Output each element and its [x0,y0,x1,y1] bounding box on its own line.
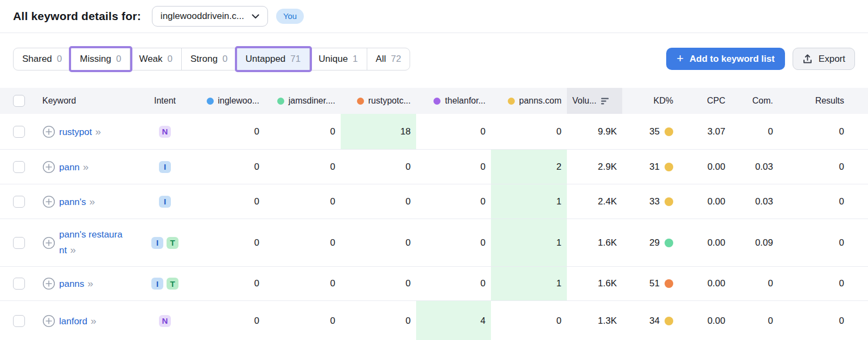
add-to-keyword-list-button[interactable]: + Add to keyword list [666,48,785,70]
intent-cell: I [141,184,189,219]
competitor-position-value: 18 [341,114,416,149]
competitor-position-value: 0 [265,219,341,266]
add-keyword-icon[interactable] [42,236,55,249]
volume-value: 2.4K [567,184,622,219]
intent-badge-i: I [159,196,171,208]
row-checkbox-cell [0,301,35,340]
add-keyword-icon[interactable] [42,125,55,138]
add-keyword-icon[interactable] [42,161,55,174]
keyword-cell: lanford» [35,301,141,340]
keyword-link[interactable]: rustypot [59,127,92,137]
keyword-link[interactable]: pann's [59,197,86,207]
kd-difficulty-dot [665,127,673,136]
kd-value: 31 [649,162,660,172]
filter-tab-all[interactable]: All72 [367,48,410,70]
row-checkbox[interactable] [13,278,25,290]
kd-cell: 35 [622,114,682,149]
results-value: 0 [778,267,868,300]
tab-count: 71 [290,54,301,65]
open-keyword-arrows-icon: » [90,196,95,207]
domain-dropdown[interactable]: inglewooddrivein.c... [152,6,268,27]
keyword-link[interactable]: pann [59,162,80,172]
row-checkbox[interactable] [13,126,25,138]
cpc-value: 0.00 [682,267,731,300]
keyword-link[interactable]: panns [59,279,84,289]
table-body: rustypot»N0018009.9K353.0700pann»I000022… [0,114,868,340]
keyword-cell: pann's restaurant» [35,219,141,266]
filter-tab-missing[interactable]: Missing0 [71,48,130,70]
kd-cell: 34 [622,301,682,340]
competitor-position-value: 0 [341,219,416,266]
column-header-results[interactable]: Results [778,88,868,114]
volume-value: 1.6K [567,267,622,300]
row-checkbox[interactable] [13,161,25,173]
column-header-competitor-4[interactable]: thelanfor... [416,88,491,114]
intent-cell: I [141,150,189,184]
column-header-kd[interactable]: KD% [622,88,682,114]
add-keyword-icon[interactable] [42,315,55,328]
export-button[interactable]: Export [793,48,855,70]
row-checkbox-cell [0,114,35,149]
kd-value: 33 [649,196,660,207]
column-header-competitor-3[interactable]: rustypotc... [341,88,416,114]
tab-label: All [376,54,386,65]
select-all-checkbox[interactable] [13,95,25,107]
add-keyword-icon[interactable] [42,195,55,208]
keyword-wrap: pann's restaurant» [42,228,125,258]
cpc-value: 0.00 [682,219,731,266]
tab-label: Shared [22,54,52,65]
kd-value: 34 [649,316,660,326]
keyword-cell: panns» [35,267,141,300]
keyword-text: panns» [59,275,93,291]
competitor-position-value: 1 [491,267,567,300]
kd-cell: 51 [622,267,682,300]
com-value: 0 [731,267,778,300]
open-keyword-arrows-icon: » [91,315,96,326]
filter-tabs: Shared0Missing0Weak0Strong0Untapped71Uni… [13,48,410,70]
tab-label: Weak [139,54,162,65]
row-checkbox[interactable] [13,315,25,327]
com-value: 0 [731,301,778,340]
keyword-wrap: pann's» [42,194,94,209]
table-row: rustypot»N0018009.9K353.0700 [0,114,868,150]
keyword-link[interactable]: pann's restaurant [59,229,123,255]
column-header-keyword: Keyword [35,88,141,114]
competitor-position-value: 2 [491,150,567,184]
filter-tab-shared[interactable]: Shared0 [14,48,71,70]
intent-cell: N [141,301,189,340]
table-row: pann»I000022.9K310.000.030 [0,150,868,184]
column-header-cpc[interactable]: CPC [682,88,731,114]
add-keyword-icon[interactable] [42,277,55,290]
competitor-position-value: 0 [341,301,416,340]
column-header-competitor-1[interactable]: inglewoo... [189,88,265,114]
row-checkbox[interactable] [13,237,25,249]
competitor-position-value: 0 [189,184,265,219]
column-header-volume[interactable]: Volu... [567,88,622,114]
filter-tab-strong[interactable]: Strong0 [182,48,237,70]
filter-tab-weak[interactable]: Weak0 [130,48,182,70]
tab-label: Strong [190,54,218,65]
table-row: pann's»I000012.4K330.000.030 [0,184,868,219]
column-header-com[interactable]: Com. [731,88,778,114]
keyword-text: lanford» [59,313,96,329]
sort-descending-icon [601,98,610,105]
keyword-link[interactable]: lanford [59,316,87,326]
competitor-position-value: 0 [189,301,265,340]
keyword-wrap: lanford» [42,313,96,329]
competitor-position-value: 0 [341,150,416,184]
cpc-value: 0.00 [682,301,731,340]
competitor-domain-label: panns.com [519,96,561,106]
filter-tab-untapped[interactable]: Untapped71 [237,48,310,70]
intent-badge-t: T [167,237,178,249]
keyword-wrap: panns» [42,275,93,291]
table-row: pann's restaurant»IT000011.6K290.000.090 [0,219,868,267]
row-checkbox-cell [0,150,35,184]
row-checkbox[interactable] [13,196,25,208]
column-header-competitor-2[interactable]: jamsdiner.... [265,88,341,114]
column-header-competitor-5[interactable]: panns.com [491,88,567,114]
filter-tab-unique[interactable]: Unique1 [310,48,367,70]
com-value: 0 [731,114,778,149]
keyword-text: pann» [59,159,88,175]
competitor-position-value: 0 [416,219,491,266]
competitor-position-value: 4 [416,301,491,340]
